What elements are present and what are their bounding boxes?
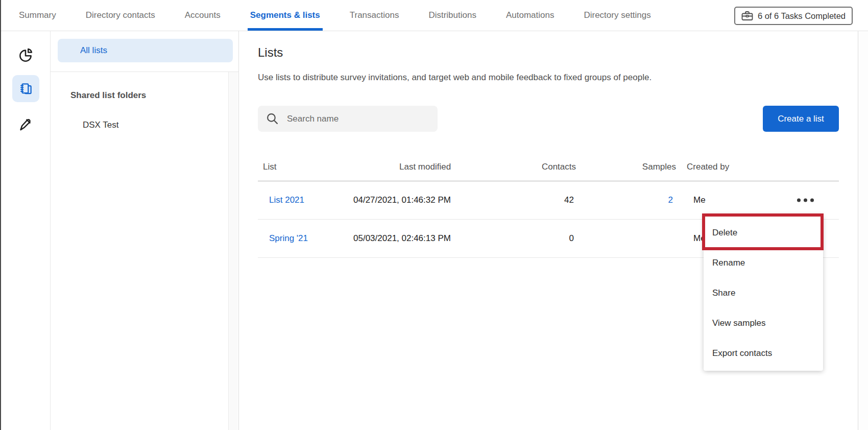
tasks-completed-badge[interactable]: 6 of 6 Tasks Completed (734, 7, 853, 25)
lists-nav-button[interactable] (12, 75, 39, 102)
directories-icon (18, 81, 34, 97)
contacts-value: 0 (569, 233, 574, 244)
sidebar-scrollbar-gutter[interactable] (228, 72, 238, 430)
samples-link[interactable]: 2 (668, 195, 673, 205)
column-header-list: List (263, 162, 276, 172)
list-name-link[interactable]: Spring '21 (269, 233, 308, 243)
column-header-samples: Samples (642, 162, 676, 172)
eyedropper-icon (16, 115, 34, 132)
last-modified-value: 05/03/2021, 02:46:13 PM (353, 233, 451, 244)
left-icon-rail (1, 31, 51, 430)
sidebar-item-all-lists[interactable]: All lists (58, 39, 233, 62)
attributes-nav-button[interactable] (16, 114, 34, 133)
top-navbar: Summary Directory contacts Accounts Segm… (0, 0, 868, 31)
menu-item-delete[interactable]: Delete (704, 218, 823, 248)
page-description: Use lists to distribute survey invitatio… (258, 73, 652, 83)
contacts-value: 42 (564, 195, 574, 205)
all-lists-label: All lists (58, 39, 233, 62)
tab-transactions[interactable]: Transactions (335, 0, 414, 31)
pie-chart-icon (17, 46, 34, 62)
sidebar-item-dsx-test[interactable]: DSX Test (83, 120, 119, 130)
search-input[interactable] (287, 114, 415, 124)
created-by-value: Me (693, 195, 706, 205)
segments-nav-button[interactable] (17, 45, 34, 63)
tasks-completed-label: 6 of 6 Tasks Completed (758, 11, 846, 21)
row-actions-context-menu: Delete Rename Share View samples Export … (704, 214, 823, 371)
column-header-contacts: Contacts (542, 162, 576, 172)
sidebar-divider (51, 71, 238, 72)
directory-page: Summary Directory contacts Accounts Segm… (0, 0, 868, 430)
list-name-link[interactable]: List 2021 (269, 195, 304, 205)
table-header-row: List Last modified Contacts Samples Crea… (258, 153, 839, 181)
last-modified-value: 04/27/2021, 01:46:32 PM (353, 195, 451, 205)
tab-segments-and-lists[interactable]: Segments & lists (235, 0, 335, 31)
menu-item-share[interactable]: Share (704, 278, 823, 308)
shared-list-folders-heading: Shared list folders (70, 90, 146, 101)
menu-item-view-samples[interactable]: View samples (704, 308, 823, 338)
page-title: Lists (258, 45, 283, 60)
column-header-created-by: Created by (687, 162, 729, 172)
row-actions-ellipsis-button[interactable] (795, 197, 816, 204)
tab-directory-contacts[interactable]: Directory contacts (71, 0, 170, 31)
menu-item-rename[interactable]: Rename (704, 248, 823, 278)
tab-automations[interactable]: Automations (491, 0, 569, 31)
tab-distributions[interactable]: Distributions (414, 0, 491, 31)
tab-accounts[interactable]: Accounts (170, 0, 235, 31)
page-scrollbar[interactable] (858, 31, 868, 430)
menu-item-export-contacts[interactable]: Export contacts (704, 338, 823, 368)
lists-sidebar: All lists Shared list folders DSX Test (51, 31, 239, 430)
search-box[interactable] (258, 106, 438, 132)
window-left-edge (0, 0, 1, 430)
create-a-list-button[interactable]: Create a list (763, 106, 839, 132)
tab-summary[interactable]: Summary (4, 0, 71, 31)
column-header-last-modified: Last modified (399, 162, 451, 172)
briefcase-icon (741, 11, 753, 21)
search-icon (266, 112, 279, 125)
table-row: List 2021 04/27/2021, 01:46:32 PM 42 2 M… (258, 181, 839, 220)
tab-directory-settings[interactable]: Directory settings (569, 0, 665, 31)
